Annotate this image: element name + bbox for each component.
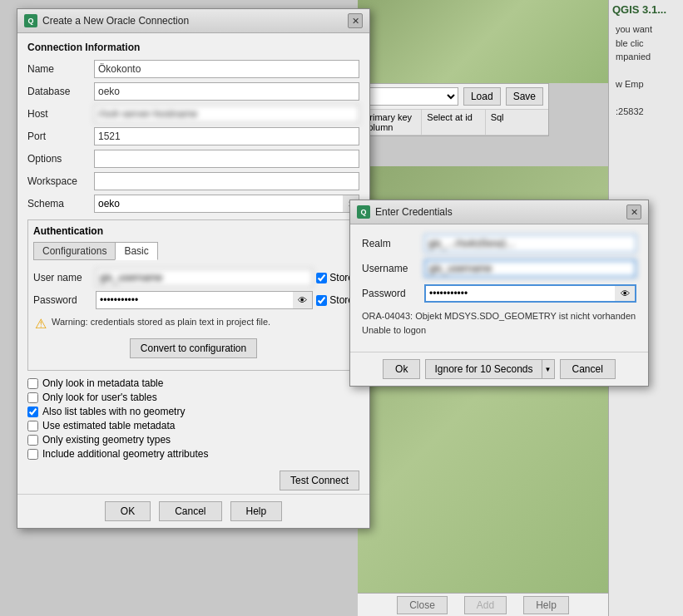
credentials-dialog: Q Enter Credentials ✕ Realm Username Pas… xyxy=(349,200,649,387)
warning-box: ⚠ Warning: credentials stored as plain t… xyxy=(33,314,354,333)
qgis-logo-icon: Q xyxy=(24,14,37,27)
error-line1: ORA-04043: Objekt MDSYS.SDO_GEOMETRY ist… xyxy=(362,309,636,323)
checkbox-user-tables-label: Only look for user's tables xyxy=(42,392,157,403)
realm-input[interactable] xyxy=(424,234,636,253)
auth-password-input[interactable] xyxy=(96,291,293,309)
oracle-dialog-body: Connection Information Name Database Hos… xyxy=(17,33,369,471)
help-db-button[interactable]: Help xyxy=(523,596,569,614)
credentials-cancel-button[interactable]: Cancel xyxy=(560,359,616,379)
col-sql[interactable]: Sql xyxy=(486,110,548,135)
credentials-close-button[interactable]: ✕ xyxy=(626,205,641,219)
checkbox-estimated-input[interactable] xyxy=(27,421,38,431)
tab-configurations[interactable]: Configurations xyxy=(33,242,115,260)
col-select-id[interactable]: Select at id xyxy=(422,110,485,135)
realm-row: Realm xyxy=(362,234,636,253)
auth-password-wrap: 👁 Store xyxy=(96,291,354,309)
checkbox-metadata: Only look in metadata table xyxy=(27,377,359,389)
oracle-dialog-footer: OK Cancel Help xyxy=(17,494,369,528)
auth-tab-bar: Configurations Basic xyxy=(33,242,354,260)
schema-label: Schema xyxy=(27,198,94,209)
error-messages: ORA-04043: Objekt MDSYS.SDO_GEOMETRY ist… xyxy=(362,309,636,337)
oracle-ok-button[interactable]: OK xyxy=(105,501,151,521)
password-store-checkbox[interactable]: Store xyxy=(316,294,354,306)
auth-username-label: User name xyxy=(33,272,96,283)
connection-dropdown[interactable] xyxy=(364,87,458,106)
ignore-button[interactable]: Ignore for 10 Seconds xyxy=(425,359,541,379)
options-row: Options xyxy=(27,150,359,168)
port-label: Port xyxy=(27,131,94,142)
test-connect-button[interactable]: Test Connect xyxy=(280,471,359,490)
checkbox-existing-geometry-label: Only existing geometry types xyxy=(42,434,171,446)
cred-password-toggle-button[interactable]: 👁 xyxy=(615,284,636,303)
checkbox-estimated-label: Use estimated table metadata xyxy=(42,420,175,431)
auth-username-row: User name Store xyxy=(33,269,354,287)
cred-password-row: Password 👁 xyxy=(362,284,636,303)
error-line2: Unable to logon xyxy=(362,323,636,338)
test-connect-area: Test Connect xyxy=(17,471,369,494)
load-button[interactable]: Load xyxy=(463,87,501,106)
oracle-cancel-button[interactable]: Cancel xyxy=(159,501,221,521)
checkbox-metadata-input[interactable] xyxy=(27,378,38,389)
cred-username-label: Username xyxy=(362,263,424,274)
workspace-row: Workspace xyxy=(27,172,359,190)
oracle-dialog-title: Create a New Oracle Connection xyxy=(42,15,189,27)
cred-password-input[interactable] xyxy=(424,284,615,303)
auth-username-input[interactable] xyxy=(96,269,313,287)
checkbox-no-geometry-input[interactable] xyxy=(27,407,38,417)
save-button[interactable]: Save xyxy=(506,87,543,106)
password-toggle-button[interactable]: 👁 xyxy=(293,291,313,309)
checkbox-existing-geometry: Only existing geometry types xyxy=(27,434,359,446)
auth-password-label: Password xyxy=(33,294,96,306)
db-panel-controls: Load Save xyxy=(359,84,548,109)
workspace-input[interactable] xyxy=(94,172,359,190)
database-input[interactable] xyxy=(94,82,359,101)
database-row: Database xyxy=(27,82,359,101)
host-label: Host xyxy=(27,108,94,120)
map-background-top xyxy=(358,0,608,83)
auth-form: User name Store Password xyxy=(33,265,354,365)
host-input[interactable] xyxy=(94,105,359,123)
password-input-group: 👁 xyxy=(96,291,313,309)
oracle-help-button[interactable]: Help xyxy=(230,501,283,521)
tab-basic[interactable]: Basic xyxy=(115,242,157,260)
add-db-button[interactable]: Add xyxy=(464,596,507,614)
titlebar-left: Q Create a New Oracle Connection xyxy=(24,14,189,27)
checkbox-metadata-label: Only look in metadata table xyxy=(42,377,163,389)
auth-title: Authentication xyxy=(33,225,354,237)
ignore-button-group: Ignore for 10 Seconds ▼ xyxy=(425,359,554,379)
password-store-check[interactable] xyxy=(316,295,327,306)
schema-input[interactable] xyxy=(94,195,343,213)
cred-titlebar-left: Q Enter Credentials xyxy=(357,205,453,219)
checkbox-additional-attrs-input[interactable] xyxy=(27,449,38,460)
options-label: Options xyxy=(27,153,94,165)
name-row: Name xyxy=(27,60,359,78)
cred-username-input[interactable] xyxy=(424,259,636,278)
convert-configuration-button[interactable]: Convert to configuration xyxy=(130,338,257,358)
checkbox-no-geometry: Also list tables with no geometry xyxy=(27,406,359,417)
auth-password-row: Password 👁 Store xyxy=(33,291,354,309)
oracle-connection-dialog: Q Create a New Oracle Connection ✕ Conne… xyxy=(17,8,370,529)
options-input[interactable] xyxy=(94,150,359,168)
close-db-button[interactable]: Close xyxy=(397,596,448,614)
db-panel-footer: Close Add Help xyxy=(358,593,608,616)
connection-info-title: Connection Information xyxy=(27,42,359,53)
schema-input-wrap: ✕ xyxy=(94,195,359,213)
checkbox-user-tables-input[interactable] xyxy=(27,392,38,403)
credentials-ok-button[interactable]: Ok xyxy=(383,359,420,379)
ignore-dropdown-button[interactable]: ▼ xyxy=(542,359,555,379)
checkbox-existing-geometry-input[interactable] xyxy=(27,435,38,446)
cred-username-row: Username xyxy=(362,259,636,278)
auth-username-wrap: Store xyxy=(96,269,354,287)
name-input[interactable] xyxy=(94,60,359,78)
schema-row: Schema ✕ xyxy=(27,195,359,213)
options-checkboxes: Only look in metadata table Only look fo… xyxy=(27,377,359,460)
oracle-dialog-close-button[interactable]: ✕ xyxy=(348,13,363,28)
right-panel-title: QGIS 3.1... xyxy=(612,3,680,16)
credentials-title: Enter Credentials xyxy=(375,206,453,218)
checkbox-no-geometry-label: Also list tables with no geometry xyxy=(42,406,185,417)
workspace-label: Workspace xyxy=(27,175,94,187)
port-input[interactable] xyxy=(94,127,359,145)
username-store-checkbox[interactable]: Store xyxy=(316,272,354,283)
username-store-check[interactable] xyxy=(316,273,327,283)
warning-icon: ⚠ xyxy=(35,316,47,332)
